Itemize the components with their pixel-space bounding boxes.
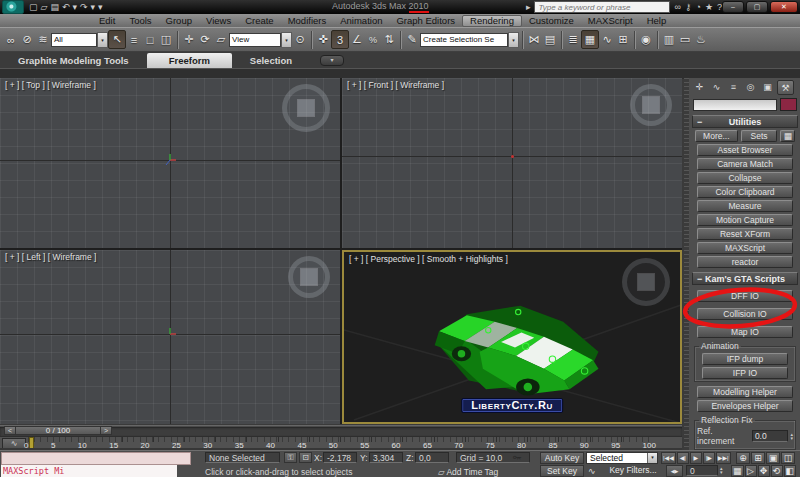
viewport-perspective[interactable]: [ + ] [ Perspective ] [ Smooth + Highlig…	[342, 250, 682, 424]
menu-views[interactable]: Views	[199, 15, 238, 27]
save-file-icon[interactable]: ▤	[50, 1, 59, 13]
ifp-dump-button[interactable]: IFP dump	[702, 353, 788, 365]
window-crossing-icon[interactable]: ◫	[158, 31, 174, 49]
previous-frame-arrow[interactable]: <	[4, 426, 16, 435]
communication-center-icon[interactable]: ◔	[695, 2, 700, 12]
go-to-start-button[interactable]: |◀◀	[661, 452, 676, 464]
menu-edit[interactable]: Edit	[92, 15, 122, 27]
open-file-icon[interactable]: ▱	[41, 1, 48, 13]
previous-frame-button[interactable]: ◀|	[677, 452, 689, 464]
favorites-star-icon[interactable]: ★	[705, 2, 713, 12]
layer-manager-icon[interactable]: ≣	[565, 31, 581, 49]
undo-icon[interactable]: ↶	[62, 1, 70, 13]
object-name-field[interactable]	[693, 99, 777, 111]
menu-graph-editors[interactable]: Graph Editors	[389, 15, 462, 27]
tab-hierarchy-icon[interactable]: ≡	[726, 80, 741, 93]
ribbon-minimize-button[interactable]: ▾	[320, 55, 344, 66]
qat-dropdown-icon[interactable]: ▾	[98, 1, 103, 13]
infocenter-expand-icon[interactable]: ▸	[526, 2, 531, 12]
x-coordinate-field[interactable]: -2,178	[323, 452, 357, 463]
viewcube[interactable]	[630, 84, 672, 126]
viewcube[interactable]	[622, 258, 670, 306]
tab-graphite-modeling-tools[interactable]: Graphite Modeling Tools	[0, 53, 147, 68]
selection-filter-arrow-icon[interactable]: ▾	[97, 32, 108, 48]
menu-maxscript[interactable]: MAXScript	[581, 15, 640, 27]
use-pivot-center-icon[interactable]: ⊙	[292, 31, 308, 49]
tab-freeform[interactable]: Freeform	[147, 53, 232, 68]
orbit-icon[interactable]: ⟲	[771, 465, 783, 477]
rollout-utilities[interactable]: − Utilities	[692, 115, 798, 128]
current-frame-field[interactable]: 0	[686, 465, 718, 476]
viewcube[interactable]	[288, 256, 330, 298]
key-filters-button[interactable]: Key Filters...	[602, 465, 664, 477]
select-by-name-icon[interactable]: ≡	[126, 31, 142, 49]
play-button[interactable]: ▶	[690, 452, 702, 464]
more-button[interactable]: More...	[695, 130, 738, 142]
select-and-link-icon[interactable]: ∞	[3, 31, 19, 49]
mirror-icon[interactable]: ⋈	[526, 31, 542, 49]
tab-display-icon[interactable]: ▣	[760, 80, 775, 93]
menu-customize[interactable]: Customize	[522, 15, 581, 27]
ref-increment-spinner[interactable]: ▴ ▾	[790, 432, 793, 440]
viewcube[interactable]	[282, 84, 330, 132]
tab-create-icon[interactable]: ✛	[692, 80, 707, 93]
tab-modify-icon[interactable]: ∿	[709, 80, 724, 93]
auto-key-button[interactable]: Auto Key	[540, 452, 584, 464]
go-to-end-button[interactable]: ▶▶|	[716, 452, 731, 464]
rectangular-selection-icon[interactable]: □	[142, 31, 158, 49]
envelopes-helper-button[interactable]: Envelopes Helper	[697, 400, 793, 412]
dropdown-arrow-icon[interactable]: ▾	[647, 453, 657, 463]
new-key-curve-icon[interactable]: ∿	[588, 466, 596, 476]
car-model[interactable]	[424, 298, 606, 400]
utilities-config-icon[interactable]: ▦	[780, 130, 795, 142]
spinner-down-icon[interactable]: ▾	[790, 436, 793, 440]
frame-spinner[interactable]: ▴ ▾	[720, 466, 723, 474]
key-mode-dropdown[interactable]: Selected ▾	[586, 452, 658, 464]
tab-selection[interactable]: Selection	[232, 53, 310, 68]
menu-group[interactable]: Group	[159, 15, 199, 27]
pan-icon[interactable]: ✥	[758, 465, 770, 477]
rollout-kams-gta-scripts[interactable]: − Kam's GTA Scripts	[692, 272, 798, 285]
ifp-io-button[interactable]: IFP IO	[702, 367, 788, 379]
panel-scrollbar[interactable]	[684, 78, 689, 450]
edit-named-sets-icon[interactable]: ✎	[404, 31, 420, 49]
viewport-perspective-label[interactable]: [ + ] [ Perspective ] [ Smooth + Highlig…	[349, 254, 508, 264]
material-editor-icon[interactable]: ◉	[638, 31, 654, 49]
map-io-button[interactable]: Map IO	[697, 326, 793, 338]
app-logo-icon[interactable]	[2, 0, 24, 14]
minimize-button[interactable]: –	[722, 1, 744, 13]
z-coordinate-field[interactable]: 0,0	[415, 452, 449, 463]
named-selection-dropdown[interactable]: Create Selection Se	[420, 33, 508, 47]
menu-modifiers[interactable]: Modifiers	[281, 15, 334, 27]
camera-match-button[interactable]: Camera Match	[697, 158, 793, 170]
time-display[interactable]: 0 / 100	[16, 426, 100, 435]
select-and-scale-icon[interactable]: ▱	[213, 31, 229, 49]
percent-snap-icon[interactable]: %	[365, 31, 381, 49]
redo-icon[interactable]: ↷	[80, 1, 88, 13]
select-and-manipulate-icon[interactable]: ✜	[315, 31, 331, 49]
y-coordinate-field[interactable]: 3,304	[369, 452, 403, 463]
next-frame-button[interactable]: |▶	[703, 452, 715, 464]
tab-utilities-icon[interactable]: ⚒	[777, 80, 794, 95]
time-slider-handle[interactable]: < 0 / 100 >	[4, 426, 112, 435]
menu-create[interactable]: Create	[238, 15, 281, 27]
selection-lock-icon[interactable]: ⚿	[284, 452, 297, 463]
sets-button[interactable]: Sets	[741, 130, 778, 142]
motion-capture-button[interactable]: Motion Capture	[697, 214, 793, 226]
bind-to-spacewarp-icon[interactable]: ≋	[35, 31, 51, 49]
absolute-mode-icon[interactable]: ⊡	[299, 452, 312, 463]
restore-button[interactable]: ▢	[746, 1, 768, 13]
undo-dropdown-icon[interactable]: ▾	[73, 1, 78, 13]
viewport-top[interactable]: [ + ] [ Top ] [ Wireframe ]	[0, 78, 340, 248]
reference-coordinate-dropdown[interactable]: View	[229, 33, 281, 47]
spinner-snap-icon[interactable]: ⇅	[381, 31, 397, 49]
snaps-toggle-icon[interactable]: 3	[331, 30, 349, 49]
keyboard-shortcut-toggle-icon[interactable]: ▦	[731, 465, 744, 477]
zoom-all-icon[interactable]: ⊞	[751, 452, 765, 464]
selection-filter-dropdown[interactable]: All	[51, 33, 97, 47]
add-time-tag-label[interactable]: Add Time Tag	[446, 467, 498, 477]
curve-editor-icon[interactable]: ∿	[599, 31, 615, 49]
maxscript-mini-listener-input[interactable]	[1, 452, 191, 465]
menu-tools[interactable]: Tools	[122, 15, 158, 27]
unlink-selection-icon[interactable]: ⊘	[19, 31, 35, 49]
